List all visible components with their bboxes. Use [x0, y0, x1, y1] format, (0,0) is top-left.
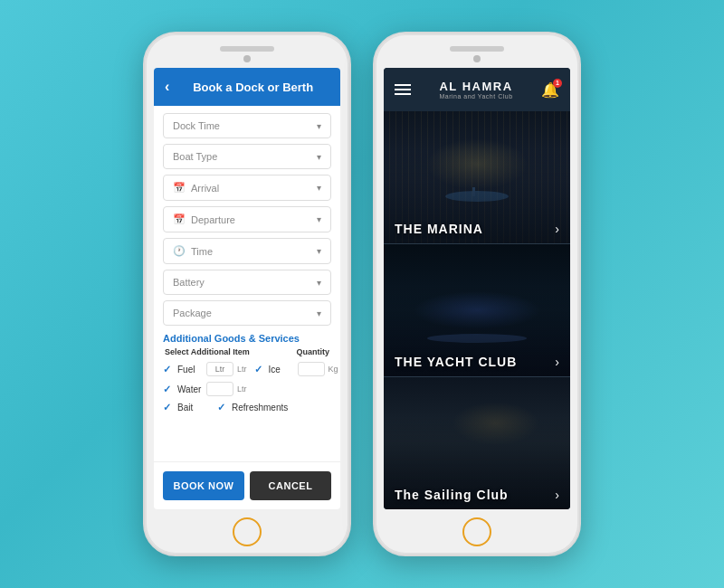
bait-label: Bait [177, 403, 203, 413]
additional-table-header: Select Additional Item Quantity [163, 347, 331, 356]
ice-label: Ice [269, 365, 294, 375]
chevron-down-icon: ▾ [317, 152, 321, 162]
notification-bell-button[interactable]: 🔔 1 [541, 81, 559, 99]
phone-bottom [462, 509, 491, 555]
chevron-down-icon: ▾ [317, 121, 321, 131]
ice-unit: Kg [329, 365, 338, 374]
boat-type-select[interactable]: Boat Type ▾ [163, 144, 331, 169]
water-label: Water [177, 384, 203, 394]
calendar-icon: 📅 [173, 182, 186, 194]
hamburger-line [395, 84, 411, 86]
brand-name: AL HAMRA [439, 80, 512, 93]
dock-time-select[interactable]: Dock Time ▾ [163, 113, 331, 138]
yacht-club-card[interactable]: THE YACHT CLUB › [384, 244, 570, 376]
sailing-club-arrow-icon: › [555, 488, 559, 502]
time-label: Time [191, 246, 213, 257]
phone-bottom [233, 509, 262, 555]
cancel-button[interactable]: CANCEL [250, 471, 331, 500]
marina-title: THE MARINA [395, 222, 483, 236]
water-quantity-input[interactable] [206, 382, 233, 396]
notification-badge: 1 [553, 79, 562, 88]
chevron-down-icon: ▾ [317, 278, 321, 288]
right-header: AL HAMRA Marina and Yacht Club 🔔 1 [384, 68, 570, 111]
water-unit: Ltr [237, 384, 247, 394]
chevron-down-icon: ▾ [317, 246, 321, 256]
marina-overlay: THE MARINA › [384, 111, 570, 243]
chevron-down-icon: ▾ [317, 214, 321, 224]
water-check-icon: ✓ [163, 384, 174, 395]
fuel-label: Fuel [177, 365, 203, 375]
phone-camera [243, 55, 251, 62]
home-button[interactable] [233, 517, 262, 546]
water-row: ✓ Water Ltr [163, 382, 331, 396]
departure-label: Departure [191, 214, 235, 225]
left-header: ‹ Book a Dock or Berth [154, 68, 340, 106]
ice-check-icon: ✓ [254, 364, 265, 375]
hamburger-line [395, 93, 411, 95]
fuel-check-icon: ✓ [163, 364, 174, 375]
home-button[interactable] [462, 517, 491, 546]
left-phone: ‹ Book a Dock or Berth Dock Time ▾ Boat … [143, 32, 351, 556]
hamburger-line [395, 89, 411, 90]
ice-quantity-input[interactable] [298, 362, 325, 376]
menu-cards: THE MARINA › THE YACHT CLUB › [384, 111, 570, 509]
bait-refreshments-row: ✓ Bait ✓ Refreshments [163, 402, 331, 413]
yacht-club-overlay: THE YACHT CLUB › [384, 244, 570, 376]
yacht-club-title: THE YACHT CLUB [395, 355, 517, 369]
book-now-button[interactable]: BOOK NOW [163, 471, 244, 500]
battery-select[interactable]: Battery ▾ [163, 270, 331, 295]
sailing-club-card[interactable]: The Sailing Club › [384, 377, 570, 509]
package-label: Package [173, 308, 212, 318]
additional-col-item: Select Additional Item [165, 347, 250, 356]
arrival-label: Arrival [191, 183, 219, 194]
fuel-unit: Ltr [237, 365, 247, 374]
additional-section-title: Additional Goods & Services [163, 333, 331, 344]
page-title: Book a Dock or Berth [176, 81, 329, 94]
sailing-club-title: The Sailing Club [395, 488, 509, 502]
yacht-club-arrow-icon: › [555, 355, 559, 369]
back-button[interactable]: ‹ [165, 79, 169, 95]
package-select[interactable]: Package ▾ [163, 300, 331, 326]
refreshments-label: Refreshments [232, 403, 288, 413]
action-buttons: BOOK NOW CANCEL [154, 461, 340, 509]
additional-col-qty: Quantity [296, 347, 329, 356]
marina-arrow-icon: › [555, 222, 559, 236]
phone-camera [473, 55, 481, 62]
dock-time-label: Dock Time [173, 120, 220, 131]
chevron-down-icon: ▾ [317, 308, 321, 318]
clock-icon: 🕐 [173, 245, 186, 257]
calendar-icon: 📅 [173, 213, 186, 225]
right-phone: AL HAMRA Marina and Yacht Club 🔔 1 [373, 32, 581, 556]
refreshments-check-icon: ✓ [217, 402, 228, 413]
phone-notch [220, 46, 274, 52]
fuel-ice-row: ✓ Fuel Ltr ✓ Ice Kg [163, 362, 331, 376]
right-screen: AL HAMRA Marina and Yacht Club 🔔 1 [384, 68, 570, 509]
departure-select[interactable]: 📅 Departure ▾ [163, 206, 331, 232]
phone-notch [450, 46, 504, 52]
fuel-quantity-input[interactable] [206, 362, 233, 376]
left-screen: ‹ Book a Dock or Berth Dock Time ▾ Boat … [154, 68, 340, 509]
marina-card[interactable]: THE MARINA › [384, 111, 570, 243]
arrival-select[interactable]: 📅 Arrival ▾ [163, 175, 331, 201]
brand-subtitle: Marina and Yacht Club [439, 93, 512, 100]
sailing-club-overlay: The Sailing Club › [384, 377, 570, 509]
chevron-down-icon: ▾ [317, 183, 321, 193]
brand-logo: AL HAMRA Marina and Yacht Club [439, 80, 512, 100]
bait-check-icon: ✓ [163, 402, 174, 413]
battery-label: Battery [173, 277, 205, 288]
boat-type-label: Boat Type [173, 151, 217, 162]
hamburger-menu-button[interactable] [395, 84, 411, 95]
form-body: Dock Time ▾ Boat Type ▾ 📅 Arrival ▾ [154, 106, 340, 461]
time-select[interactable]: 🕐 Time ▾ [163, 238, 331, 264]
